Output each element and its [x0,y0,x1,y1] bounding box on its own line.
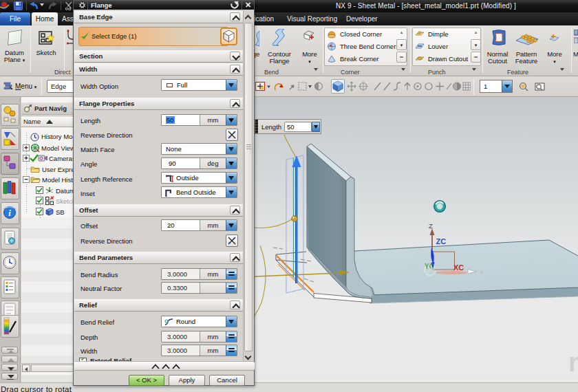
svg-text:Z: Z [429,222,433,230]
svg-text:ZC: ZC [436,237,447,246]
svg-text:XC: XC [453,263,464,272]
svg-text:YC: YC [425,263,434,270]
svg-text:i: i [8,208,11,218]
svg-text:X: X [480,269,484,275]
svg-text:n: n [568,348,578,377]
